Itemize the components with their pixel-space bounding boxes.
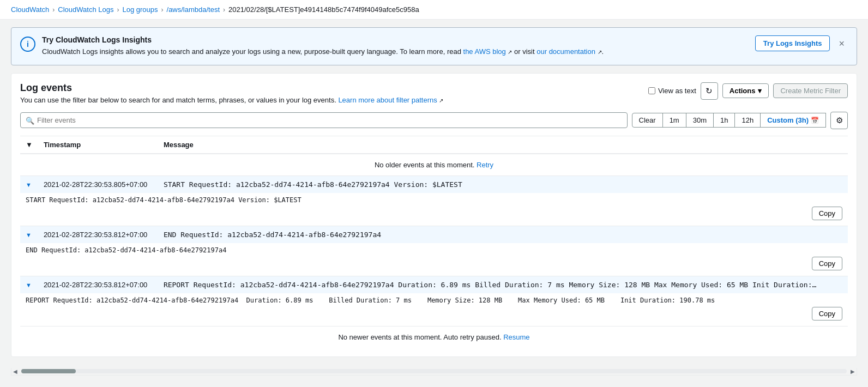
banner-content: Try CloudWatch Logs Insights CloudWatch … bbox=[42, 35, 749, 57]
log-row-3-detail: REPORT RequestId: a12cba52-dd74-4214-afb… bbox=[20, 293, 848, 326]
message-3: REPORT RequestId: a12cba52-dd74-4214-afb… bbox=[164, 281, 816, 289]
log-row-3-main: ▼ 2021-02-28T22:30:53.812+07:00 REPORT R… bbox=[20, 276, 848, 293]
banner-body-mid: or visit bbox=[512, 47, 537, 56]
view-as-text-text: View as text bbox=[658, 87, 696, 95]
breadcrumb-log-stream: 2021/02/28/[$LATEST]e4914148b5c7474f9f40… bbox=[228, 5, 419, 14]
time-buttons: Clear 1m 30m 1h 12h Custom (3h) 📅 bbox=[632, 113, 826, 128]
banner-aws-blog-link[interactable]: the AWS blog bbox=[463, 47, 506, 56]
main-content: Log events You can use the filter bar be… bbox=[11, 73, 857, 357]
settings-button[interactable]: ⚙ bbox=[830, 112, 848, 129]
expand-icon-1[interactable]: ▼ bbox=[26, 182, 32, 188]
insights-banner: i Try CloudWatch Logs Insights CloudWatc… bbox=[11, 27, 857, 65]
breadcrumb-cloudwatch[interactable]: CloudWatch bbox=[11, 5, 49, 14]
log-row-2-main: ▼ 2021-02-28T22:30:53.812+07:00 END Requ… bbox=[20, 226, 848, 243]
filter-input-wrapper: 🔍 bbox=[20, 112, 628, 128]
log-events-description: You can use the filter bar below to sear… bbox=[20, 96, 443, 104]
view-as-text-checkbox[interactable] bbox=[648, 87, 655, 94]
timestamp-1: 2021-02-28T22:30:53.805+07:00 bbox=[44, 180, 147, 189]
breadcrumb-sep-3: › bbox=[161, 6, 164, 14]
breadcrumb: CloudWatch › CloudWatch Logs › Log group… bbox=[0, 0, 868, 20]
no-newer-events-row: No newer events at this moment. Auto ret… bbox=[20, 326, 848, 348]
log-row-1-main: ▼ 2021-02-28T22:30:53.805+07:00 START Re… bbox=[20, 176, 848, 193]
auto-retry-text: Auto retry paused. bbox=[443, 333, 501, 341]
settings-icon: ⚙ bbox=[836, 116, 843, 125]
time-custom-button[interactable]: Custom (3h) 📅 bbox=[760, 113, 826, 128]
no-newer-events-text: No newer events at this moment. bbox=[338, 333, 442, 341]
scroll-left-arrow[interactable]: ◀ bbox=[11, 367, 19, 375]
expand-icon-3[interactable]: ▼ bbox=[26, 282, 32, 288]
log-row-2-detail: END RequestId: a12cba52-dd74-4214-afb8-6… bbox=[20, 243, 848, 276]
timestamp-2: 2021-02-28T22:30:53.812+07:00 bbox=[44, 231, 147, 239]
banner-body-suffix: . bbox=[602, 47, 604, 56]
time-1m-button[interactable]: 1m bbox=[662, 113, 686, 128]
detail-text-1: START RequestId: a12cba52-dd74-4214-afb8… bbox=[26, 196, 842, 204]
col-header-expand: ▼ bbox=[20, 136, 38, 154]
log-table: ▼ Timestamp Message No older events at t… bbox=[20, 136, 848, 348]
scroll-right-arrow[interactable]: ▶ bbox=[849, 367, 857, 375]
breadcrumb-lambda-test[interactable]: /aws/lambda/test bbox=[167, 5, 220, 14]
custom-time-label: Custom (3h) bbox=[767, 116, 809, 124]
breadcrumb-log-groups[interactable]: Log groups bbox=[122, 5, 158, 14]
horizontal-scrollbar[interactable]: ◀ ▶ bbox=[11, 368, 857, 376]
copy-button-1[interactable]: Copy bbox=[812, 207, 842, 220]
time-1h-button[interactable]: 1h bbox=[713, 113, 735, 128]
log-row-1-detail: START RequestId: a12cba52-dd74-4214-afb8… bbox=[20, 193, 848, 226]
copy-button-3[interactable]: Copy bbox=[812, 307, 842, 321]
log-table-wrapper: ▼ Timestamp Message No older events at t… bbox=[20, 136, 848, 348]
sort-icon: ▼ bbox=[26, 141, 33, 149]
log-events-controls: View as text ↻ Actions ▾ Create Metric F… bbox=[648, 82, 848, 100]
banner-body-prefix: CloudWatch Logs insights allows you to s… bbox=[42, 47, 463, 56]
log-events-info: Log events You can use the filter bar be… bbox=[20, 82, 443, 104]
time-12h-button[interactable]: 12h bbox=[734, 113, 761, 128]
timestamp-3: 2021-02-28T22:30:53.812+07:00 bbox=[44, 281, 147, 289]
chevron-down-icon: ▾ bbox=[758, 87, 762, 95]
breadcrumb-sep-4: › bbox=[223, 6, 225, 14]
filter-bar: 🔍 Clear 1m 30m 1h 12h Custom (3h) 📅 ⚙ bbox=[20, 112, 848, 129]
breadcrumb-sep-2: › bbox=[117, 6, 119, 14]
detail-text-3: REPORT RequestId: a12cba52-dd74-4214-afb… bbox=[26, 297, 842, 304]
filter-patterns-link[interactable]: Learn more about filter patterns bbox=[338, 96, 437, 104]
copy-button-2[interactable]: Copy bbox=[812, 257, 842, 270]
retry-link[interactable]: Retry bbox=[477, 161, 493, 169]
create-metric-filter-button[interactable]: Create Metric Filter bbox=[773, 83, 848, 98]
no-older-events-row: No older events at this moment. Retry bbox=[20, 154, 848, 176]
banner-docs-link[interactable]: our documentation bbox=[537, 47, 595, 56]
message-2: END RequestId: a12cba52-dd74-4214-afb8-6… bbox=[164, 231, 381, 239]
ext-link-3: ↗ bbox=[439, 98, 443, 104]
log-events-title: Log events bbox=[20, 82, 443, 94]
try-logs-insights-button[interactable]: Try Logs Insights bbox=[755, 35, 830, 51]
refresh-icon: ↻ bbox=[706, 86, 713, 96]
scroll-thumb[interactable] bbox=[21, 369, 76, 373]
expand-icon-2[interactable]: ▼ bbox=[26, 232, 32, 238]
banner-close-button[interactable]: × bbox=[835, 38, 848, 50]
message-1: START RequestId: a12cba52-dd74-4214-afb8… bbox=[164, 180, 462, 189]
banner-body: CloudWatch Logs insights allows you to s… bbox=[42, 46, 749, 57]
search-icon: 🔍 bbox=[26, 116, 34, 124]
time-30m-button[interactable]: 30m bbox=[686, 113, 714, 128]
log-events-header: Log events You can use the filter bar be… bbox=[20, 82, 848, 104]
banner-title: Try CloudWatch Logs Insights bbox=[42, 35, 749, 44]
filter-events-input[interactable] bbox=[20, 112, 628, 128]
breadcrumb-sep-1: › bbox=[52, 6, 55, 14]
ext-link-2: ↗ bbox=[598, 49, 602, 55]
no-older-events-text: No older events at this moment. bbox=[375, 161, 475, 169]
breadcrumb-cloudwatch-logs[interactable]: CloudWatch Logs bbox=[58, 5, 113, 14]
calendar-icon: 📅 bbox=[811, 117, 819, 124]
view-as-text-label[interactable]: View as text bbox=[648, 87, 696, 95]
col-header-message: Message bbox=[158, 136, 848, 154]
refresh-button[interactable]: ↻ bbox=[701, 82, 718, 100]
log-events-desc-prefix: You can use the filter bar below to sear… bbox=[20, 96, 338, 104]
actions-label: Actions bbox=[730, 87, 756, 95]
banner-actions: Try Logs Insights × bbox=[755, 35, 848, 51]
col-header-timestamp: Timestamp bbox=[38, 136, 158, 154]
info-icon: i bbox=[20, 37, 35, 52]
resume-link[interactable]: Resume bbox=[503, 333, 529, 341]
detail-text-2: END RequestId: a12cba52-dd74-4214-afb8-6… bbox=[26, 246, 842, 254]
scroll-track[interactable] bbox=[21, 369, 847, 373]
actions-button[interactable]: Actions ▾ bbox=[722, 83, 769, 98]
time-clear-button[interactable]: Clear bbox=[632, 113, 663, 128]
